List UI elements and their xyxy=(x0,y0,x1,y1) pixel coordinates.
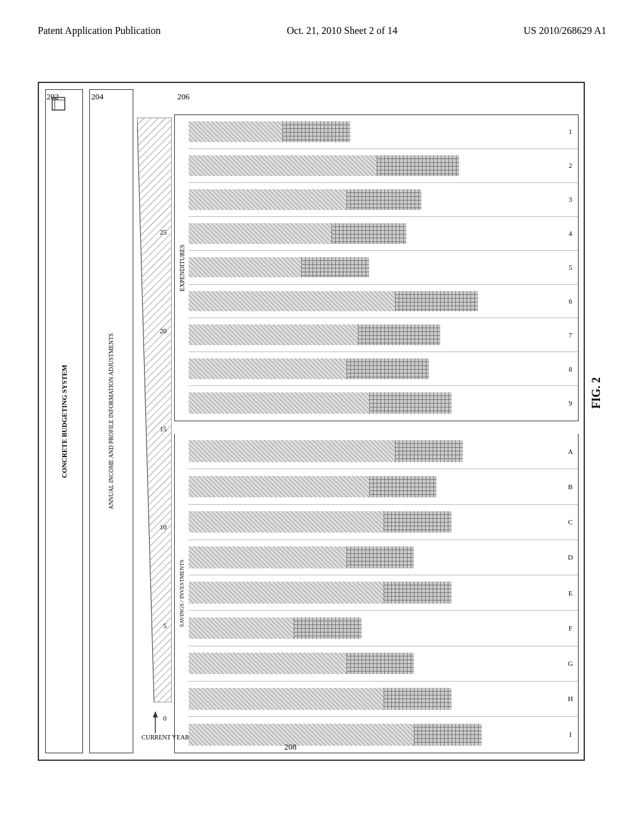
bar-grid xyxy=(358,324,440,345)
bar-hatched xyxy=(189,155,377,176)
bar-row: C xyxy=(189,505,578,540)
bar-grid xyxy=(395,291,477,312)
label-206: 206 xyxy=(177,92,190,102)
bar-row-id-label: D xyxy=(565,553,575,561)
bar-hatched xyxy=(189,511,384,533)
bar-content xyxy=(189,318,564,351)
bar-content xyxy=(189,575,564,610)
bar-row-id-label: 3 xyxy=(565,196,575,203)
bar-hatched xyxy=(189,617,294,639)
left-panel: CONCRETE BUDGETING SYSTEM xyxy=(45,89,83,753)
bar-hatched xyxy=(189,291,395,312)
bar-hatched xyxy=(189,189,347,210)
savings-section: SAVINGS / INVESTMENTS ABCDEFGHI xyxy=(174,434,579,753)
bar-content xyxy=(189,251,564,284)
bar-content xyxy=(189,469,564,504)
bar-hatched xyxy=(189,121,282,142)
expenditures-bars: 123456789 xyxy=(189,115,578,421)
bar-row: 7 xyxy=(189,318,578,352)
mid-panel-label: ANNUAL INCOME AND PROFILE INFORMATION AD… xyxy=(108,333,114,509)
bar-grid xyxy=(347,546,414,568)
savings-bars: ABCDEFGHI xyxy=(189,434,578,753)
y-axis-5: 5 xyxy=(164,622,167,629)
bar-row-id-label: C xyxy=(565,518,575,526)
diagram-container: 202 CONCRETE BUDGETING SYSTEM 204 ANNUAL… xyxy=(38,82,585,761)
bar-row: G xyxy=(189,646,578,682)
bar-row-id-label: 7 xyxy=(565,331,575,339)
bar-grid xyxy=(347,653,414,674)
bar-row-id-label: 8 xyxy=(565,365,575,373)
bar-content xyxy=(189,434,564,468)
bar-content xyxy=(189,682,564,716)
bar-content xyxy=(189,505,564,540)
current-year-arrow xyxy=(149,711,162,733)
page-header: Patent Application Publication Oct. 21, … xyxy=(38,25,606,36)
bar-hatched xyxy=(189,688,384,709)
bar-row-id-label: 4 xyxy=(565,230,575,237)
bar-row-id-label: 5 xyxy=(565,263,575,271)
bar-row: 6 xyxy=(189,285,578,319)
bar-row: H xyxy=(189,682,578,717)
bar-hatched xyxy=(189,440,395,462)
bar-grid xyxy=(384,511,451,533)
bar-grid xyxy=(301,257,369,278)
bar-hatched xyxy=(189,223,331,244)
bar-content xyxy=(189,183,564,216)
bar-content xyxy=(189,386,564,420)
bar-grid xyxy=(414,724,481,746)
bar-hatched xyxy=(189,546,347,568)
header-center: Oct. 21, 2010 Sheet 2 of 14 xyxy=(287,25,397,36)
bar-content xyxy=(189,646,564,681)
bar-row-id-label: 6 xyxy=(565,297,575,305)
figure-label: FIG. 2 xyxy=(590,377,603,409)
bar-row-id-label: A xyxy=(565,448,575,455)
bar-content xyxy=(189,217,564,250)
bar-row: A xyxy=(189,434,578,469)
expenditures-label: EXPENDITURES xyxy=(175,115,189,421)
bar-hatched xyxy=(189,582,384,603)
bar-hatched xyxy=(189,324,358,345)
savings-label: SAVINGS / INVESTMENTS xyxy=(175,434,189,753)
bar-grid xyxy=(294,617,361,639)
y-axis-15: 15 xyxy=(160,425,167,433)
bar-grid xyxy=(331,223,406,244)
bar-row-id-label: F xyxy=(565,624,575,632)
bar-row-id-label: B xyxy=(565,483,575,490)
budgeting-icon xyxy=(51,95,69,113)
bar-grid xyxy=(395,440,462,462)
header-left: Patent Application Publication xyxy=(38,25,161,36)
bar-hatched xyxy=(189,392,369,414)
bar-grid xyxy=(347,358,429,379)
bar-row-id-label: E xyxy=(565,589,575,597)
bar-hatched xyxy=(189,358,347,379)
bar-grid xyxy=(347,189,421,210)
bar-content xyxy=(189,285,564,318)
bar-hatched xyxy=(189,257,301,278)
bar-row-id-label: I xyxy=(565,731,575,738)
bar-row-id-label: H xyxy=(565,695,575,702)
bar-content xyxy=(189,717,564,752)
bar-row-id-label: 9 xyxy=(565,399,575,407)
left-panel-label: CONCRETE BUDGETING SYSTEM xyxy=(60,365,68,478)
y-axis-10: 10 xyxy=(160,523,167,531)
bar-grid xyxy=(384,688,451,709)
bar-row-id-label: 1 xyxy=(565,128,575,135)
y-axis-25: 25 xyxy=(160,228,167,236)
bar-row: D xyxy=(189,540,578,575)
bar-row-id-label: G xyxy=(565,660,575,667)
bar-grid xyxy=(282,121,350,142)
bar-row: 3 xyxy=(189,183,578,217)
charts-wrapper: EXPENDITURES 123456789 SAVINGS / INVESTM… xyxy=(174,114,579,753)
svg-rect-0 xyxy=(52,97,65,110)
bar-hatched xyxy=(189,653,347,674)
bar-row: I xyxy=(189,717,578,752)
y-axis-labels: 0 5 10 15 20 25 xyxy=(142,143,167,722)
mid-panel: ANNUAL INCOME AND PROFILE INFORMATION AD… xyxy=(89,89,133,753)
label-208: 208 xyxy=(284,742,297,752)
bar-content xyxy=(189,149,564,182)
bar-content xyxy=(189,540,564,575)
bar-grid xyxy=(377,155,459,176)
bar-row: 5 xyxy=(189,251,578,285)
bar-row: F xyxy=(189,611,578,646)
y-axis-20: 20 xyxy=(160,327,167,335)
